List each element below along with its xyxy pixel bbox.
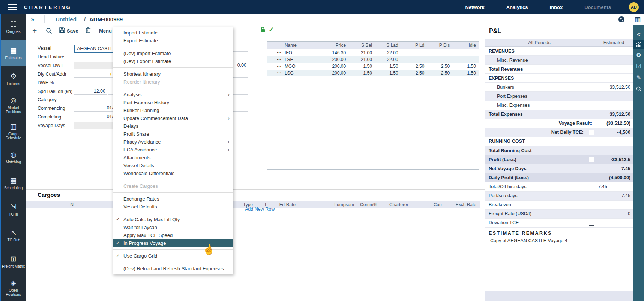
bunker-row-lsg[interactable]: •••LSG200.001.501.502.502.501.50 (267, 70, 479, 76)
sidebar-item-freight-matrix[interactable]: ⊞Freight Matrix (1, 249, 26, 275)
bunker-col-p-dis: P Dis (427, 42, 453, 49)
submenu-arrow-icon: › (228, 114, 230, 122)
sidebar-item-scheduling[interactable]: ▦Scheduling (1, 171, 26, 197)
menu-item-auto-calc-by-max-lift-qty[interactable]: ✓Auto Calc. by Max Lift Qty (113, 216, 233, 223)
bunker-cell-name: MGO (282, 63, 316, 70)
bunker-row-lsf[interactable]: •••LSF200.0021.0022.00 (267, 56, 479, 63)
sidebar-item-tc-out[interactable]: ⇱TC Out (1, 223, 26, 249)
bunker-cell-p_ld (401, 49, 428, 56)
menu-item-worldscale-differentials[interactable]: Worldscale Differentials (113, 169, 233, 177)
save-floppy-icon (59, 27, 65, 34)
pnl-row-label: Voyage Result: (489, 121, 596, 126)
checklist-icon[interactable]: ☑ (633, 61, 644, 72)
settings-gear-icon[interactable]: ⚙ (633, 49, 644, 61)
search-icon[interactable] (46, 28, 52, 36)
bunker-col-p-ld: P Ld (401, 42, 428, 49)
row-menu-ellipsis[interactable]: ••• (267, 63, 282, 70)
menu-button[interactable]: Menu (99, 28, 112, 34)
nav-link-inbox[interactable]: Inbox (550, 4, 563, 10)
menu-item-in-progress-voyage[interactable]: ✓In Progress Voyage (113, 239, 233, 247)
menu-item-import-estimate[interactable]: Import Estimate (113, 29, 233, 37)
sidebar-item-market-positions[interactable]: ◎Market Positions (1, 93, 26, 119)
menu-item-apply-max-tce-speed[interactable]: Apply Max TCE Speed (113, 231, 233, 239)
field-label-dwf: DWF % (38, 79, 54, 87)
delete-trash-icon[interactable] (86, 27, 91, 34)
menu-item-label: Import Estimate (123, 30, 158, 36)
field-label-vessel-dwt: Vessel DWT (38, 61, 63, 70)
row-menu-ellipsis[interactable]: ••• (267, 49, 282, 56)
bunker-cell-p_ld: 2.50 (401, 70, 428, 76)
breadcrumb-untitled[interactable]: Untitled (56, 16, 77, 22)
menu-item-wait-for-laycan[interactable]: Wait for Laycan (113, 223, 233, 231)
menu-item-label: Export Estimate (123, 38, 158, 43)
collapse-panel-icon[interactable]: « (633, 28, 644, 40)
add-button[interactable]: + (32, 26, 37, 35)
menu-item-profit-share[interactable]: Profit Share (113, 130, 233, 138)
avatar[interactable]: AD (629, 2, 639, 12)
sidebar-item-estimates[interactable]: ▤Estimates (1, 40, 26, 67)
pnl-checkbox[interactable] (589, 220, 594, 226)
nav-link-documents[interactable]: Documents (584, 4, 611, 10)
bunker-row-mgo[interactable]: •••MGO200.001.501.502.502.501.50 (267, 63, 479, 70)
menu-item-update-commencement-data[interactable]: Update Commencement Data› (113, 114, 233, 122)
menu-item-dev-import-estimate[interactable]: (Dev) Import Estimate (113, 49, 233, 57)
sidebar-item-matching[interactable]: ◍Matching (1, 145, 26, 171)
bunker-col-idle: Idle (453, 42, 479, 49)
menu-item-delays[interactable]: Delays (113, 122, 233, 130)
sidebar-item-open-positions[interactable]: ◈Open Positions (1, 275, 26, 301)
bunker-col-price: Price (316, 42, 349, 49)
edit-pen-icon[interactable]: ✎ (633, 72, 644, 83)
bunker-row-ifo[interactable]: •••IFO146.3021.0022.00 (267, 49, 479, 56)
gantt-icon: ▥ (10, 123, 17, 130)
menu-item-eca-avoidance[interactable]: ECA Avoidance› (113, 146, 233, 154)
sidebar-item-cargoes[interactable]: ☷Cargoes (1, 14, 26, 40)
menu-item-vessel-defaults[interactable]: Vessel Defaults (113, 203, 233, 211)
menu-item-create-cargoes: Create Cargoes (113, 182, 233, 190)
expand-panel-icon[interactable]: » (31, 16, 34, 23)
menu-item-dev-reload-and-refresh-standard-expenses[interactable]: (Dev) Reload and Refresh Standard Expens… (113, 265, 233, 273)
pnl-checkbox[interactable] (589, 157, 594, 162)
menu-item-vessel-details[interactable]: Vessel Details (113, 162, 233, 169)
sidebar-item-cargo-schedule[interactable]: ▥Cargo Schedule (1, 118, 26, 145)
grid-view-icon[interactable]: ▦ (635, 15, 641, 23)
nav-link-network[interactable]: Network (465, 4, 484, 10)
field-input-spd-bal-ldn-kn[interactable]: 12.00 (74, 88, 107, 95)
pnl-row-label: Total Expenses (489, 112, 596, 117)
cargo-col-n: N (56, 201, 74, 208)
menu-item-analysis[interactable]: Analysis› (113, 91, 233, 99)
globe-icon[interactable] (618, 16, 625, 24)
field-input-commencing[interactable]: 01/ (74, 105, 113, 112)
field-input-completing[interactable]: 01/ (74, 113, 113, 120)
sidebar-item-fixtures[interactable]: ⚙Fixtures (1, 66, 26, 93)
row-menu-ellipsis[interactable]: ••• (267, 70, 282, 76)
pnl-period-estimated[interactable]: Estimated (594, 39, 633, 46)
search-icon[interactable] (633, 83, 644, 94)
hamburger-menu-icon[interactable] (8, 3, 17, 12)
row-menu-ellipsis[interactable]: ••• (267, 56, 282, 63)
estimate-remarks-textarea[interactable]: Copy of AEGEAN CASTLE Voyage 4 (488, 237, 627, 288)
pnl-panel: P&L All Periods Estimated REVENUESMisc. … (485, 25, 633, 301)
field-label-completing: Completing (38, 113, 61, 121)
menu-item-bunker-planning[interactable]: Bunker Planning (113, 106, 233, 114)
menu-item-dev-export-estimate[interactable]: (Dev) Export Estimate (113, 57, 233, 65)
pnl-checkbox[interactable] (589, 130, 594, 135)
menu-item-label: Analysis (123, 92, 141, 97)
menu-item-shortest-itinerary[interactable]: Shortest Itinerary (113, 70, 233, 78)
pnl-period-all[interactable]: All Periods (485, 39, 594, 46)
menu-item-label: Reorder Itinerary (123, 79, 160, 85)
menu-item-piracy-avoidance[interactable]: Piracy Avoidance› (113, 138, 233, 146)
add-new-row-link[interactable]: Add New Row (245, 207, 275, 212)
menu-item-exchange-rates[interactable]: Exchange Rates (113, 195, 233, 203)
menu-item-attachments[interactable]: Attachments (113, 154, 233, 162)
bunker-cell-name: LSG (282, 70, 316, 76)
menu-item-port-expense-history[interactable]: Port Expense History (113, 99, 233, 106)
context-menu: Import EstimateExport Estimate(Dev) Impo… (113, 27, 233, 274)
pnl-row-value: 33,512.50 (596, 85, 630, 90)
save-button[interactable]: Save (59, 27, 78, 34)
menu-item-export-estimate[interactable]: Export Estimate (113, 37, 233, 45)
submenu-arrow-icon: › (228, 138, 230, 145)
nav-link-analytics[interactable]: Analytics (506, 4, 528, 10)
bunker-table-panel: NamePriceS BalS LadP LdP DisIdle•••IFO14… (267, 41, 479, 170)
sidebar-item-tc-in[interactable]: ⇲TC In (1, 197, 26, 223)
analytics-chart-icon[interactable] (633, 40, 644, 49)
